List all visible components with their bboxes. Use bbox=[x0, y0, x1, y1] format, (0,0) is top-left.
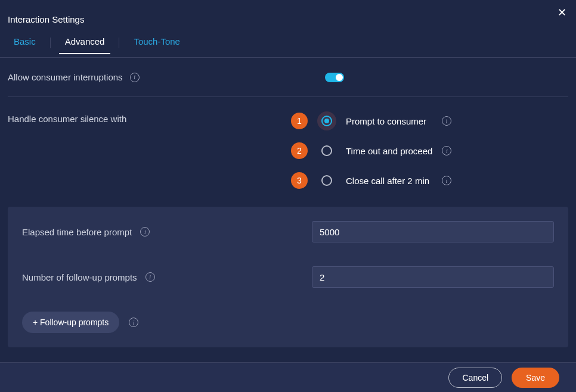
radio-close-call[interactable] bbox=[317, 171, 336, 190]
silence-option-timeout: 2 Time out and proceed i bbox=[291, 141, 451, 160]
elapsed-time-label: Elapsed time before prompt bbox=[22, 227, 132, 237]
info-icon[interactable]: i bbox=[442, 116, 451, 126]
radio-label: Close call after 2 min bbox=[346, 176, 432, 186]
tab-basic[interactable]: Basic bbox=[8, 32, 42, 54]
dialog-footer: Cancel Save bbox=[0, 362, 576, 392]
num-followups-label: Number of follow-up prompts bbox=[22, 272, 137, 282]
option-number-badge: 3 bbox=[291, 172, 308, 189]
tabs-bar: Basic Advanced Touch-Tone bbox=[0, 32, 576, 58]
tab-separator bbox=[50, 38, 51, 48]
handle-silence-label: Handle consumer silence with bbox=[8, 114, 126, 124]
dialog-title: Interaction Settings bbox=[0, 0, 576, 32]
info-icon[interactable]: i bbox=[145, 272, 155, 282]
tab-separator bbox=[119, 38, 119, 48]
option-number-badge: 1 bbox=[291, 113, 308, 129]
close-icon[interactable]: ✕ bbox=[558, 6, 566, 19]
silence-option-prompt: 1 Prompt to consumer i bbox=[291, 111, 451, 130]
cancel-button[interactable]: Cancel bbox=[448, 368, 502, 388]
info-icon[interactable]: i bbox=[130, 73, 140, 82]
num-followups-input[interactable] bbox=[312, 266, 554, 288]
silence-option-close: 3 Close call after 2 min i bbox=[291, 171, 451, 190]
setting-handle-silence: Handle consumer silence with 1 Prompt to… bbox=[8, 97, 568, 204]
elapsed-time-row: Elapsed time before prompt i bbox=[22, 221, 554, 242]
radio-prompt-consumer[interactable] bbox=[317, 111, 336, 130]
setting-allow-interruptions: Allow consumer interruptions i bbox=[8, 58, 568, 97]
radio-timeout-proceed[interactable] bbox=[317, 141, 336, 160]
info-icon[interactable]: i bbox=[442, 176, 451, 185]
allow-interruptions-toggle[interactable] bbox=[325, 73, 344, 82]
option-number-badge: 2 bbox=[291, 142, 308, 159]
save-button[interactable]: Save bbox=[512, 368, 559, 388]
info-icon[interactable]: i bbox=[129, 318, 138, 327]
tab-touchtone[interactable]: Touch-Tone bbox=[128, 32, 186, 54]
info-icon[interactable]: i bbox=[442, 146, 451, 155]
prompt-settings-panel: Elapsed time before prompt i Number of f… bbox=[8, 207, 568, 347]
radio-label: Time out and proceed bbox=[346, 146, 432, 156]
tab-advanced[interactable]: Advanced bbox=[59, 32, 111, 54]
panel-actions: + Follow-up prompts i bbox=[22, 312, 554, 333]
radio-label: Prompt to consumer bbox=[346, 116, 432, 126]
handle-silence-options: 1 Prompt to consumer i 2 Time out and pr… bbox=[291, 111, 451, 190]
num-followups-row: Number of follow-up prompts i bbox=[22, 266, 554, 288]
elapsed-time-input[interactable] bbox=[312, 221, 554, 242]
allow-interruptions-label: Allow consumer interruptions bbox=[8, 72, 123, 82]
info-icon[interactable]: i bbox=[140, 227, 150, 237]
add-followup-prompts-button[interactable]: + Follow-up prompts bbox=[22, 312, 119, 333]
